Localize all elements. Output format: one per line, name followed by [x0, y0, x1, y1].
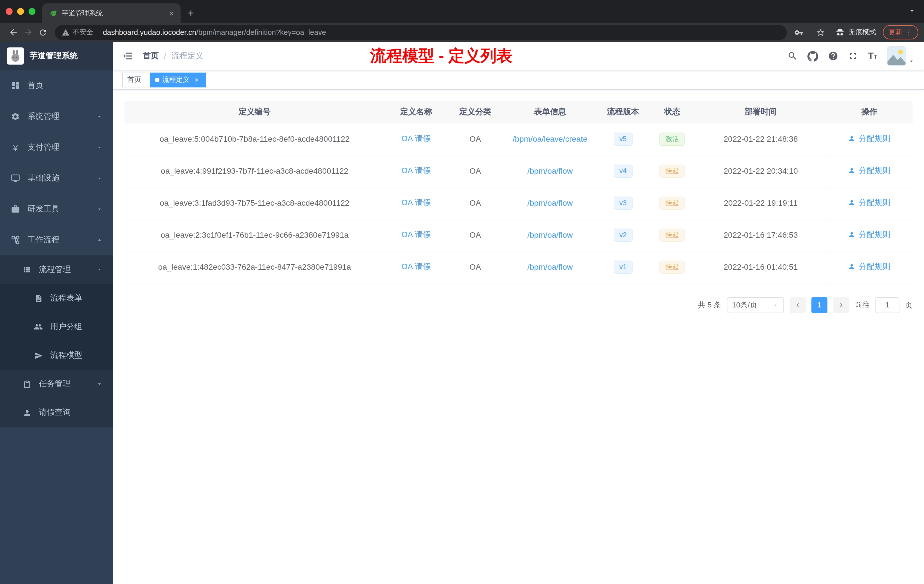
back-button[interactable]: [6, 25, 21, 40]
form-icon: [33, 293, 43, 304]
new-tab-button[interactable]: +: [183, 5, 199, 21]
forward-button[interactable]: [21, 25, 35, 40]
assign-rule-link[interactable]: 分配规则: [848, 166, 891, 176]
form-link[interactable]: /bpm/oa/flow: [528, 230, 573, 239]
breadcrumb: 首页 / 流程定义: [143, 51, 203, 61]
security-label[interactable]: 不安全: [73, 27, 93, 37]
tab-search-caret-icon[interactable]: [908, 7, 916, 15]
dashboard-icon: [10, 81, 21, 91]
close-window-button[interactable]: [6, 8, 13, 15]
bookmark-star-icon[interactable]: [813, 25, 828, 40]
prev-page-button[interactable]: [790, 297, 806, 313]
toolbar-right: 无痕模式 更新 ⋮: [792, 25, 918, 40]
user-icon: [848, 199, 856, 206]
sidebar-item-label: 流程模型: [50, 350, 103, 361]
page-content: 定义编号 定义名称 定义分类 表单信息 流程版本 状态 部署时间 操作 oa_l: [113, 90, 924, 584]
gear-icon: [10, 111, 21, 122]
sidebar-toggle-icon[interactable]: [122, 50, 134, 62]
header-status: 状态: [648, 101, 696, 123]
status-badge: 挂起: [660, 164, 685, 177]
reload-button[interactable]: [35, 25, 50, 40]
tag-label: 首页: [127, 75, 141, 84]
sidebar-item-infrastructure[interactable]: 基础设施: [0, 163, 113, 194]
browser-tab[interactable]: 芋道管理系统 ×: [42, 3, 181, 23]
version-badge: v2: [614, 228, 632, 241]
sidebar-logo[interactable]: 芋道管理系统: [0, 42, 113, 70]
assign-rule-link[interactable]: 分配规则: [848, 198, 891, 208]
page-number-button[interactable]: 1: [812, 297, 827, 313]
url-host: dashboard.yudao.iocoder.cn: [103, 28, 196, 36]
browser-menu-icon[interactable]: ⋮: [905, 28, 912, 36]
sidebar-item-system[interactable]: 系统管理: [0, 101, 113, 132]
definition-category: OA: [448, 123, 503, 155]
assign-rule-link[interactable]: 分配规则: [848, 262, 891, 272]
sidebar-item-leave-query[interactable]: 请假查询: [0, 398, 113, 427]
definition-category: OA: [448, 251, 503, 283]
main-area: 首页 / 流程定义 流程模型 - 定义列表 TT: [113, 42, 924, 584]
tab-title: 芋道管理系统: [62, 8, 162, 18]
form-link[interactable]: /bpm/oa/leave/create: [513, 134, 588, 144]
sidebar-item-process-model[interactable]: 流程模型: [0, 341, 113, 370]
user-menu[interactable]: [887, 46, 915, 66]
breadcrumb-separator: /: [164, 51, 166, 61]
definition-name-link[interactable]: OA 请假: [401, 198, 431, 207]
font-size-icon[interactable]: TT: [868, 51, 877, 61]
chevron-down-icon: [96, 144, 103, 151]
github-icon[interactable]: [807, 51, 818, 61]
update-button[interactable]: 更新 ⋮: [883, 25, 918, 40]
fullscreen-icon[interactable]: [848, 51, 858, 61]
breadcrumb-home[interactable]: 首页: [143, 51, 159, 61]
sidebar-item-label: 系统管理: [27, 111, 89, 122]
next-page-button[interactable]: [833, 297, 849, 313]
status-badge: 挂起: [660, 228, 685, 241]
definition-table: 定义编号 定义名称 定义分类 表单信息 流程版本 状态 部署时间 操作 oa_l: [125, 101, 912, 283]
tag-close-icon[interactable]: ×: [193, 76, 201, 84]
goto-page-input[interactable]: [875, 297, 899, 313]
help-icon[interactable]: [828, 51, 838, 61]
address-bar[interactable]: 不安全 dashboard.yudao.iocoder.cn/bpm/manag…: [55, 25, 787, 40]
assign-rule-link[interactable]: 分配规则: [848, 134, 891, 144]
breadcrumb-current: 流程定义: [172, 51, 203, 61]
form-link[interactable]: /bpm/oa/flow: [528, 198, 573, 208]
zoom-window-button[interactable]: [28, 8, 35, 15]
definition-name-link[interactable]: OA 请假: [401, 230, 431, 239]
sidebar-item-task-management[interactable]: 任务管理: [0, 370, 113, 398]
table-row: oa_leave:4:991f2193-7b7f-11ec-a3c8-acde4…: [125, 155, 912, 187]
assign-rule-link[interactable]: 分配规则: [848, 230, 891, 240]
sidebar-item-workflow[interactable]: 工作流程: [0, 224, 113, 256]
tag-process-definition[interactable]: 流程定义 ×: [150, 72, 206, 87]
sidebar-item-label: 请假查询: [39, 407, 103, 418]
active-dot: [155, 78, 159, 82]
sidebar-item-user-group[interactable]: 用户分组: [0, 313, 113, 341]
definition-name-link[interactable]: OA 请假: [401, 262, 431, 271]
definition-category: OA: [448, 187, 503, 219]
search-icon[interactable]: [787, 51, 798, 61]
sidebar-item-process-management[interactable]: 流程管理: [0, 256, 113, 284]
status-badge: 挂起: [660, 196, 685, 210]
sidebar-item-home[interactable]: 首页: [0, 70, 113, 101]
sidebar-item-process-form[interactable]: 流程表单: [0, 284, 113, 313]
form-link[interactable]: /bpm/oa/flow: [528, 166, 573, 175]
chevron-down-icon: [96, 381, 103, 388]
url-text[interactable]: dashboard.yudao.iocoder.cn/bpm/manager/d…: [103, 28, 326, 36]
definition-name-link[interactable]: OA 请假: [401, 166, 431, 175]
deploy-time: 2022-01-16 01:40:51: [696, 251, 826, 283]
minimize-window-button[interactable]: [17, 8, 24, 15]
app-root: 芋道管理系统 首页 系统管理 ¥ 支付管理 基础设施: [0, 42, 924, 584]
tab-close-icon[interactable]: ×: [167, 8, 176, 18]
password-key-icon[interactable]: [792, 25, 806, 40]
tags-view: 首页 流程定义 ×: [113, 70, 924, 90]
form-link[interactable]: /bpm/oa/flow: [528, 262, 573, 271]
table-header-row: 定义编号 定义名称 定义分类 表单信息 流程版本 状态 部署时间 操作: [125, 101, 912, 123]
page-size-select[interactable]: 10条/页: [727, 297, 784, 313]
clipboard-icon: [22, 379, 32, 389]
page-size-value: 10条/页: [732, 300, 757, 310]
header-version: 流程版本: [597, 101, 648, 123]
tag-home[interactable]: 首页: [122, 72, 146, 87]
sidebar-item-label: 工作流程: [27, 235, 89, 245]
definition-name-link[interactable]: OA 请假: [401, 134, 431, 143]
sidebar-item-payment[interactable]: ¥ 支付管理: [0, 132, 113, 163]
sidebar-item-label: 流程表单: [50, 293, 103, 304]
sidebar-item-label: 基础设施: [27, 173, 89, 183]
sidebar-item-devtools[interactable]: 研发工具: [0, 194, 113, 224]
